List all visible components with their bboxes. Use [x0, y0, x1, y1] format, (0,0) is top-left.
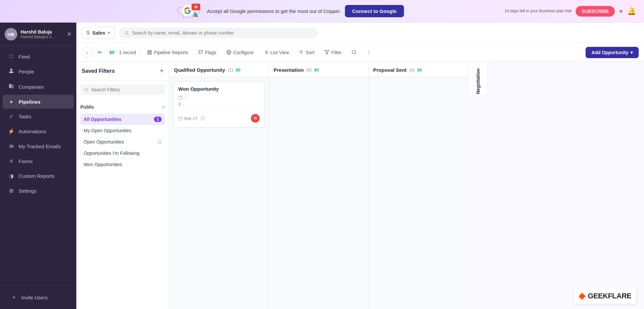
column-presentation-header: Presentation (0) $0	[269, 62, 368, 77]
company-name: -	[185, 95, 186, 100]
settings-icon: ⚙	[8, 188, 15, 194]
sidebar-item-tasks[interactable]: ✓ Tasks	[3, 109, 74, 124]
column-qualified-header: Qualified Opportunity (1) $0	[169, 62, 269, 77]
column-proposal-title: Proposal Sent	[373, 67, 407, 73]
card-company: -	[178, 95, 260, 100]
filter-item-following[interactable]: Opportunities I'm Following	[80, 148, 165, 159]
automations-icon: ⚡	[8, 128, 15, 135]
more-options-button[interactable]: ⋮	[362, 48, 375, 57]
sidebar-item-label: Automations	[19, 129, 46, 134]
gdrive-icon	[192, 11, 199, 19]
sidebar-bottom: + Invite Users	[0, 285, 76, 309]
filter-item-my-open-opportunities[interactable]: My Open Opportunities	[80, 125, 165, 136]
search-toolbar-button[interactable]	[348, 48, 361, 57]
opportunity-card-won[interactable]: Won Opportunity - $ -	[173, 81, 265, 128]
filters-search-input[interactable]	[91, 87, 161, 92]
filters-section-title: Public	[80, 104, 94, 110]
filter-item-open-opportunities[interactable]: Open Opportunities	[80, 136, 165, 148]
notifications-button[interactable]: 🔔	[627, 7, 636, 16]
sidebar-item-tracked-emails[interactable]: ✉ My Tracked Emails	[3, 139, 74, 154]
svg-rect-7	[150, 53, 151, 54]
google-icons-cluster: M	[177, 3, 200, 20]
filter-item-icons	[157, 140, 162, 144]
svg-rect-5	[150, 51, 151, 52]
flags-button[interactable]: Flags	[194, 48, 220, 57]
column-presentation: Presentation (0) $0	[269, 62, 368, 309]
section-collapse-icon[interactable]: ∧	[162, 105, 165, 109]
sidebar-item-invite-users[interactable]: + Invite Users	[5, 290, 71, 304]
sidebar-item-settings[interactable]: ⚙ Settings	[3, 184, 74, 198]
column-proposal-sent: Proposal Sent (0) $0	[368, 62, 468, 309]
list-view-button[interactable]: List View	[260, 48, 293, 57]
companies-icon	[8, 83, 15, 90]
flags-icon	[198, 50, 203, 55]
svg-point-22	[85, 88, 88, 91]
filter-item-badge: 1	[154, 117, 162, 122]
back-button[interactable]: ‹	[82, 47, 92, 58]
sidebar-item-automations[interactable]: ⚡ Automations	[3, 124, 74, 139]
add-filter-button[interactable]: +	[160, 67, 164, 75]
record-count: 1 record	[119, 50, 136, 55]
sidebar-header: HB Harshit Baluja Harshit Baluja's C... …	[0, 23, 76, 46]
filters-title: Saved Filters	[82, 68, 115, 74]
user-name: Harshit Baluja	[21, 29, 55, 35]
board-wrapper: Saved Filters + Public ∧ All Opportuniti…	[76, 62, 644, 309]
dollar-sign: $	[178, 102, 181, 107]
company-icon	[178, 95, 183, 100]
add-opportunity-button[interactable]: Add Opportunity ▾	[586, 47, 639, 58]
filter-item-won-opportunities[interactable]: Won Opportunities	[80, 159, 165, 170]
sidebar-item-custom-reports[interactable]: ◑ Custom Reports	[3, 169, 74, 183]
sidebar-item-label: People	[19, 69, 34, 74]
search-bar	[119, 28, 318, 38]
pipeline-reports-button[interactable]: Pipeline Reports	[143, 48, 192, 57]
column-negotiation-title: Negotiation	[475, 68, 481, 94]
pipeline-reports-label: Pipeline Reports	[154, 50, 188, 55]
add-icon-button[interactable]: +	[619, 7, 623, 16]
sidebar-item-feed[interactable]: □ Feed	[3, 50, 74, 63]
more-options-icon: ⋮	[366, 50, 371, 55]
configure-button[interactable]: Configure	[222, 48, 258, 57]
add-opportunity-label: Add Opportunity	[592, 50, 628, 55]
search-toolbar-icon	[352, 50, 357, 55]
board-columns: Qualified Opportunity (1) $0 Won Opportu…	[169, 62, 644, 309]
subscribe-button[interactable]: SUBSCRIBE	[576, 6, 615, 17]
sidebar-item-pipelines[interactable]: » Pipelines	[3, 95, 74, 109]
close-sidebar-button[interactable]: ✕	[67, 31, 72, 38]
filter-item-label: Won Opportunities	[84, 162, 122, 167]
geekflare-logo-icon: ◈	[579, 291, 585, 301]
column-proposal-count: (0)	[409, 67, 415, 72]
filter-label: Filter	[331, 50, 342, 55]
filter-item-all-opportunities[interactable]: All Opportunities 1	[80, 114, 165, 125]
search-input[interactable]	[132, 30, 313, 36]
connect-to-google-button[interactable]: Connect to Google	[345, 5, 404, 17]
banner-right: 14 days left in your Business plan trial…	[505, 6, 636, 17]
toolbar: ‹ ✏ $0 1 record Pipeline Reports Flags C…	[76, 43, 644, 62]
sidebar-item-label: Settings	[19, 188, 37, 194]
edit-button[interactable]: ✏	[94, 47, 105, 58]
sidebar-item-forms[interactable]: ≡ Forms	[3, 154, 74, 168]
sort-icon	[299, 50, 304, 55]
tracked-emails-icon: ✉	[8, 143, 15, 150]
sort-button[interactable]: Sort	[295, 48, 318, 57]
column-presentation-empty	[273, 88, 364, 96]
column-proposal-cards	[368, 77, 468, 309]
check-circle-icon	[201, 116, 205, 121]
filter-button[interactable]: Filter	[320, 48, 346, 57]
pipeline-dollar-icon: $	[87, 30, 90, 36]
pipeline-selector[interactable]: $ Sales ▾	[82, 27, 115, 39]
sidebar-item-label: Invite Users	[21, 295, 47, 300]
sidebar-item-companies[interactable]: Companies	[3, 79, 74, 94]
sidebar-item-people[interactable]: People	[3, 64, 74, 79]
svg-marker-2	[195, 12, 198, 17]
user-info: Harshit Baluja Harshit Baluja's C...	[21, 29, 55, 39]
card-value: $ -	[178, 102, 260, 107]
svg-point-9	[228, 52, 229, 53]
filters-search	[80, 84, 165, 95]
flags-label: Flags	[205, 50, 216, 55]
column-presentation-cards	[269, 77, 368, 309]
card-title: Won Opportunity	[178, 86, 260, 92]
trial-text: 14 days left in your Business plan trial	[505, 8, 571, 14]
feed-icon: □	[8, 53, 15, 59]
due-date: Mar 27	[184, 116, 198, 121]
sidebar-item-label: Feed	[19, 54, 30, 59]
